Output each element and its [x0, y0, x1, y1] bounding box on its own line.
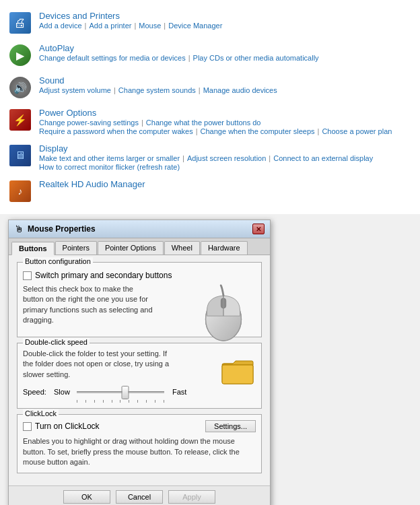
tab-buttons[interactable]: Buttons — [11, 242, 55, 255]
cp-item-devices: 🖨 Devices and Printers Add a device | Ad… — [0, 7, 420, 39]
mouse-properties-dialog: 🖱 Mouse Properties ✕ Buttons Pointers Po… — [8, 220, 271, 505]
double-click-desc: Double-click the folder to test your set… — [23, 349, 178, 380]
link-autoplay-defaults[interactable]: Change default settings for media or dev… — [39, 54, 186, 62]
section-button-config-label: Button configuration — [23, 257, 93, 265]
link-power-buttons[interactable]: Change what the power buttons do — [146, 119, 261, 127]
tab-pointer-options[interactable]: Pointer Options — [98, 241, 164, 255]
realtek-icon: ♪ — [8, 179, 32, 203]
tick-3 — [94, 400, 95, 403]
section-clicklock: ClickLock Turn on ClickLock Settings... … — [17, 414, 262, 473]
display-title[interactable]: Display — [39, 143, 68, 154]
sound-content: Sound Adjust system volume | Change syst… — [39, 75, 412, 94]
control-panel: 🖨 Devices and Printers Add a device | Ad… — [0, 0, 420, 214]
section-button-config: Button configuration Switch primary and … — [17, 262, 262, 337]
switch-buttons-row: Switch primary and secondary buttons — [23, 271, 256, 280]
link-change-sounds[interactable]: Change system sounds — [118, 86, 196, 94]
power-title[interactable]: Power Options — [39, 108, 96, 118]
section-double-click-label: Double-click speed — [23, 338, 90, 346]
dialog-tab-bar: Buttons Pointers Pointer Options Wheel H… — [9, 238, 270, 255]
cp-item-display: 🖥 Display Make text and other items larg… — [0, 139, 420, 175]
devices-links: Add a device | Add a printer | Mouse | D… — [39, 22, 412, 30]
link-add-printer[interactable]: Add a printer — [89, 22, 131, 30]
link-manage-audio[interactable]: Manage audio devices — [203, 86, 277, 94]
link-screen-resolution[interactable]: Adjust screen resolution — [187, 154, 266, 162]
devices-title[interactable]: Devices and Printers — [39, 11, 120, 21]
tick-10 — [155, 400, 155, 403]
cp-item-power: ⚡ Power Options Change power-saving sett… — [0, 104, 420, 139]
clicklock-settings-button[interactable]: Settings... — [205, 420, 256, 432]
tab-pointers[interactable]: Pointers — [55, 241, 97, 255]
speed-slider-track — [77, 391, 164, 393]
link-mouse[interactable]: Mouse — [139, 22, 161, 30]
dialog-button-row: OK Cancel Apply — [9, 485, 270, 505]
speed-slider-container — [77, 385, 164, 399]
link-change-sleeps[interactable]: Change when the computer sleeps — [201, 127, 315, 135]
link-add-device[interactable]: Add a device — [39, 22, 82, 30]
autoplay-title[interactable]: AutoPlay — [39, 43, 74, 53]
clicklock-checkbox[interactable] — [23, 422, 32, 431]
sound-links: Adjust system volume | Change system sou… — [39, 86, 412, 94]
link-power-saving[interactable]: Change power-saving settings — [39, 119, 139, 127]
tick-9 — [146, 400, 147, 403]
link-text-size[interactable]: Make text and other items larger or smal… — [39, 154, 180, 162]
section-double-click: Double-click speed Double-click the fold… — [17, 343, 262, 409]
link-device-manager[interactable]: Device Manager — [168, 22, 222, 30]
autoplay-content: AutoPlay Change default settings for med… — [39, 43, 412, 62]
devices-icon: 🖨 — [8, 11, 32, 35]
ok-button[interactable]: OK — [63, 490, 110, 504]
display-links: Make text and other items larger or smal… — [39, 154, 412, 162]
dialog-title-text: Mouse Properties — [28, 224, 96, 234]
cp-item-realtek: ♪ Realtek HD Audio Manager — [0, 175, 420, 207]
clicklock-label: Turn on ClickLock — [35, 422, 100, 431]
clicklock-checkbox-row: Turn on ClickLock — [23, 422, 100, 431]
display-content: Display Make text and other items larger… — [39, 143, 412, 171]
tick-6 — [120, 400, 120, 403]
mouse-title-icon: 🖱 — [14, 224, 24, 234]
realtek-content: Realtek HD Audio Manager — [39, 179, 412, 189]
tick-7 — [129, 400, 129, 403]
dialog-title-left: 🖱 Mouse Properties — [14, 224, 96, 234]
cp-item-autoplay: ▶ AutoPlay Change default settings for m… — [0, 39, 420, 71]
power-links2: Require a password when the computer wak… — [39, 127, 412, 135]
tick-11 — [164, 400, 164, 403]
dialog-titlebar: 🖱 Mouse Properties ✕ — [9, 220, 270, 238]
link-adjust-volume[interactable]: Adjust system volume — [39, 86, 111, 94]
clicklock-row: Turn on ClickLock Settings... — [23, 420, 256, 432]
speed-label-text: Speed: — [23, 388, 50, 396]
devices-content: Devices and Printers Add a device | Add … — [39, 11, 412, 30]
tab-hardware[interactable]: Hardware — [201, 241, 248, 255]
speed-slider-thumb[interactable] — [121, 386, 129, 399]
realtek-title[interactable]: Realtek HD Audio Manager — [39, 179, 145, 189]
dialog-close-button[interactable]: ✕ — [252, 224, 265, 234]
display-icon: 🖥 — [8, 143, 32, 168]
link-require-password[interactable]: Require a password when the computer wak… — [39, 127, 193, 135]
switch-buttons-checkbox[interactable] — [23, 271, 32, 280]
double-click-folder-icon[interactable] — [221, 356, 254, 391]
tick-4 — [103, 400, 104, 403]
clicklock-desc: Enables you to highlight or drag without… — [23, 436, 256, 467]
link-external-display[interactable]: Connect to an external display — [273, 154, 373, 162]
link-choose-plan[interactable]: Choose a power plan — [322, 127, 392, 135]
sound-title[interactable]: Sound — [39, 75, 65, 86]
display-links2: How to correct monitor flicker (refresh … — [39, 163, 412, 171]
tick-5 — [112, 400, 112, 403]
button-config-desc: Select this check box to make the button… — [23, 284, 154, 326]
autoplay-icon: ▶ — [8, 43, 32, 67]
tick-2 — [85, 400, 86, 403]
dialog-overlay: 🖱 Mouse Properties ✕ Buttons Pointers Po… — [0, 220, 420, 505]
cancel-button[interactable]: Cancel — [116, 490, 163, 504]
autoplay-links: Change default settings for media or dev… — [39, 54, 412, 62]
link-play-cds[interactable]: Play CDs or other media automatically — [193, 54, 319, 62]
tab-wheel[interactable]: Wheel — [164, 241, 200, 255]
power-content: Power Options Change power-saving settin… — [39, 108, 412, 135]
slow-label: Slow — [54, 388, 73, 396]
link-monitor-flicker[interactable]: How to correct monitor flicker (refresh … — [39, 163, 180, 171]
sound-icon: 🔊 — [8, 75, 32, 100]
section-clicklock-label: ClickLock — [23, 409, 59, 417]
dialog-content: Button configuration Switch primary and … — [9, 255, 270, 485]
power-links: Change power-saving settings | Change wh… — [39, 119, 412, 127]
svg-rect-5 — [222, 365, 253, 384]
apply-button[interactable]: Apply — [168, 490, 215, 504]
cp-item-sound: 🔊 Sound Adjust system volume | Change sy… — [0, 71, 420, 104]
switch-buttons-label: Switch primary and secondary buttons — [35, 271, 172, 280]
